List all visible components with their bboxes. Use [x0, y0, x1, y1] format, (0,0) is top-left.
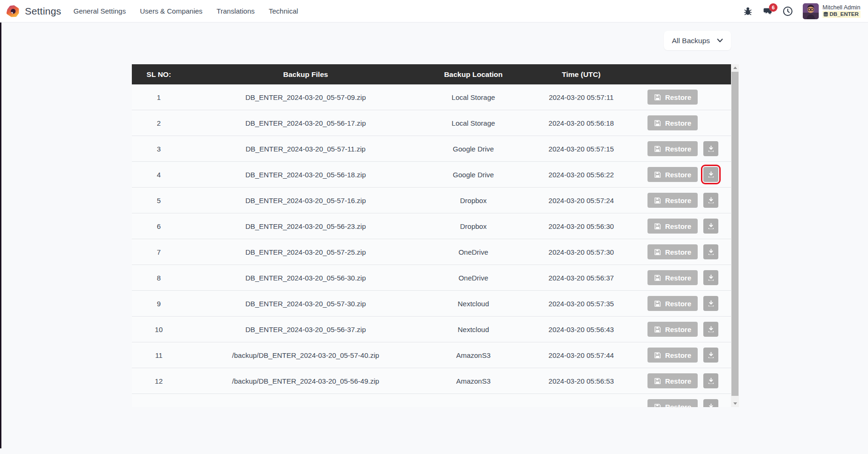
restore-button-label: Restore	[665, 248, 691, 256]
download-button[interactable]	[703, 348, 718, 363]
table-body: 1 DB_ENTER_2024-03-20_05-57-09.zip Local…	[132, 84, 731, 407]
window-left-edge	[0, 0, 1, 448]
download-button[interactable]	[703, 219, 718, 234]
cell-time: 2024-03-20 05:57:24	[521, 197, 641, 204]
top-navbar: Settings General Settings Users & Compan…	[0, 0, 868, 23]
scrollbar-thumb[interactable]	[731, 72, 739, 396]
menu-item-users-companies[interactable]: Users & Companies	[140, 7, 202, 15]
user-name: Mitchell Admin	[822, 4, 860, 11]
save-floppy-icon	[654, 352, 661, 359]
messages-icon[interactable]: 6	[762, 7, 773, 16]
restore-button[interactable]: Restore	[647, 115, 698, 130]
save-floppy-icon	[654, 223, 661, 230]
restore-button[interactable]: Restore	[647, 399, 698, 407]
cell-location: Local Storage	[426, 119, 521, 127]
download-button[interactable]	[703, 141, 718, 156]
restore-button-label: Restore	[665, 171, 691, 179]
save-floppy-icon	[654, 300, 661, 307]
restore-button-label: Restore	[665, 325, 691, 333]
cell-location: Dropbox	[426, 197, 521, 204]
save-floppy-icon	[654, 120, 661, 127]
restore-button-label: Restore	[665, 222, 691, 230]
user-menu[interactable]: Mitchell Admin DB_ENTER	[803, 3, 860, 19]
cell-actions: Restore	[641, 373, 731, 388]
download-button[interactable]	[703, 296, 718, 311]
download-icon	[708, 326, 715, 333]
cell-time: 2024-03-20 05:57:15	[521, 145, 641, 153]
download-icon	[708, 223, 715, 230]
menu-item-technical[interactable]: Technical	[269, 7, 298, 15]
menu-item-translations[interactable]: Translations	[217, 7, 255, 15]
restore-button-label: Restore	[665, 403, 691, 408]
cell-location: Nextcloud	[426, 300, 521, 308]
restore-button[interactable]: Restore	[647, 141, 698, 156]
restore-button[interactable]: Restore	[647, 193, 698, 208]
cell-sl: 7	[132, 248, 186, 256]
table-row: 4 DB_ENTER_2024-03-20_05-56-18.zip Googl…	[132, 162, 731, 188]
restore-button[interactable]: Restore	[647, 167, 698, 182]
user-info: Mitchell Admin DB_ENTER	[822, 4, 860, 18]
cell-sl: 1	[132, 93, 186, 101]
download-button[interactable]	[703, 399, 718, 407]
table-row: 11 /backup/DB_ENTER_2024-03-20_05-57-40.…	[132, 342, 731, 368]
save-floppy-icon	[654, 145, 661, 152]
cell-sl: 6	[132, 222, 186, 230]
cell-location: AmazonS3	[426, 351, 521, 359]
restore-button-label: Restore	[665, 274, 691, 282]
cell-time: 2024-03-20 05:56:22	[521, 171, 641, 179]
restore-button-label: Restore	[665, 119, 691, 127]
page-title: Settings	[25, 6, 61, 17]
database-chip: DB_ENTER	[822, 11, 860, 18]
restore-button-label: Restore	[665, 145, 691, 153]
restore-button[interactable]: Restore	[647, 90, 698, 105]
download-icon	[708, 249, 715, 256]
cell-actions: Restore	[641, 348, 731, 363]
table-row: 10 DB_ENTER_2024-03-20_05-56-37.zip Next…	[132, 317, 731, 342]
save-floppy-icon	[654, 249, 661, 256]
download-icon	[708, 352, 715, 359]
cell-location: Dropbox	[426, 222, 521, 230]
download-icon	[708, 171, 715, 178]
cell-sl: 9	[132, 300, 186, 308]
restore-button[interactable]: Restore	[647, 373, 698, 388]
database-icon	[823, 12, 828, 17]
cell-file: DB_ENTER_2024-03-20_05-56-18.zip	[186, 171, 426, 179]
debug-bug-icon[interactable]	[743, 7, 753, 16]
header-backup-location: Backup Location	[426, 70, 521, 79]
table-row: 12 /backup/DB_ENTER_2024-03-20_05-56-49.…	[132, 368, 731, 394]
restore-button[interactable]: Restore	[647, 322, 698, 337]
cell-actions: Restore	[641, 399, 731, 407]
download-button[interactable]	[703, 373, 718, 388]
cell-file: DB_ENTER_2024-03-20_05-56-17.zip	[186, 119, 426, 127]
restore-button[interactable]: Restore	[647, 219, 698, 234]
cell-actions: Restore	[641, 193, 731, 208]
table-scrollbar[interactable]	[731, 64, 739, 407]
restore-button[interactable]: Restore	[647, 296, 698, 311]
activities-clock-icon[interactable]	[783, 6, 793, 16]
cell-time: 2024-03-20 05:57:11	[521, 93, 641, 101]
message-count-badge: 6	[769, 3, 777, 12]
restore-button[interactable]: Restore	[647, 244, 698, 259]
cell-actions: Restore	[641, 270, 731, 285]
cell-actions: Restore	[641, 141, 731, 156]
table-row: 5 DB_ENTER_2024-03-20_05-57-16.zip Dropb…	[132, 188, 731, 213]
cell-file: /backup/DB_ENTER_2024-03-20_05-56-49.zip	[186, 377, 426, 385]
download-button[interactable]	[703, 167, 718, 182]
all-backups-dropdown[interactable]: All Backups	[664, 31, 731, 50]
cell-actions: Restore	[641, 322, 731, 337]
cell-file: DB_ENTER_2024-03-20_05-57-25.zip	[186, 248, 426, 256]
scrollbar-down-arrow[interactable]	[731, 400, 739, 407]
download-button[interactable]	[703, 193, 718, 208]
cell-time: 2024-03-20 05:57:35	[521, 300, 641, 308]
scrollbar-up-arrow[interactable]	[731, 64, 739, 71]
header-time-utc: Time (UTC)	[521, 70, 641, 79]
download-button[interactable]	[703, 270, 718, 285]
download-button[interactable]	[703, 322, 718, 337]
cell-time: 2024-03-20 05:57:30	[521, 248, 641, 256]
restore-button-label: Restore	[665, 377, 691, 385]
download-button[interactable]	[703, 244, 718, 259]
app-brand[interactable]: Settings	[7, 5, 61, 18]
restore-button[interactable]: Restore	[647, 270, 698, 285]
restore-button[interactable]: Restore	[647, 348, 698, 363]
menu-item-general-settings[interactable]: General Settings	[73, 7, 126, 15]
